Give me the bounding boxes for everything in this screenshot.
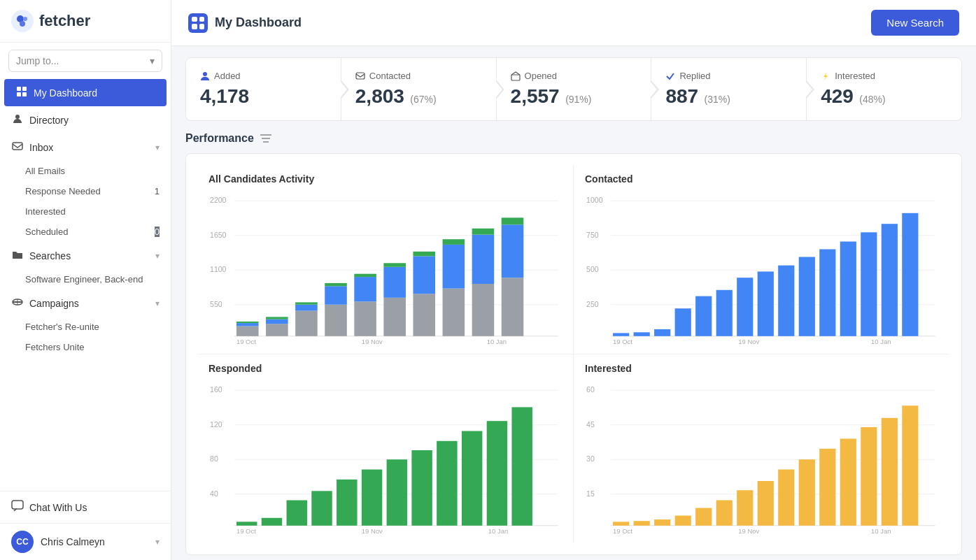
svg-rect-136 [716, 501, 733, 526]
svg-text:750: 750 [586, 231, 599, 239]
chart-responded-title: Responded [208, 363, 562, 374]
jump-to-dropdown[interactable]: Jump to... ▾ [8, 50, 162, 72]
svg-rect-34 [266, 317, 288, 319]
sidebar-item-all-emails-label: All Emails [25, 166, 65, 176]
chart-contacted-title: Contacted [585, 173, 939, 185]
main-content: My Dashboard New Search Added 4,178 Cont… [171, 0, 976, 560]
svg-rect-55 [472, 229, 495, 235]
svg-rect-38 [325, 305, 347, 336]
user-avatar: CC [11, 531, 34, 553]
svg-rect-113 [462, 431, 482, 526]
stat-opened: Opened 2,557 (91%) [497, 58, 652, 120]
sidebar-item-fetchers-reunite[interactable]: Fetcher's Re-unite [0, 317, 171, 337]
user-name: Chris Calmeyn [41, 536, 105, 547]
mail-icon [11, 141, 24, 154]
svg-rect-131 [613, 522, 629, 526]
stat-added-label: Added [200, 71, 241, 81]
svg-rect-143 [861, 427, 877, 526]
svg-rect-30 [236, 323, 259, 326]
sidebar-item-response-needed[interactable]: Response Needed 1 [0, 181, 171, 201]
new-search-button[interactable]: New Search [871, 10, 959, 36]
opened-mail-icon [511, 71, 521, 81]
svg-rect-138 [758, 481, 774, 526]
svg-rect-8 [13, 143, 22, 150]
sidebar-item-interested[interactable]: Interested [0, 201, 171, 222]
chart-all-candidates-area: 2200 1650 1100 550 [208, 192, 562, 345]
svg-rect-140 [799, 459, 815, 526]
stat-interested-value: 429 [821, 85, 854, 107]
svg-text:2022: 2022 [487, 345, 502, 345]
svg-rect-50 [443, 289, 465, 336]
replied-check-icon [665, 71, 675, 81]
stat-opened-label: Opened [511, 71, 557, 81]
svg-rect-134 [675, 516, 691, 526]
svg-marker-16 [823, 72, 828, 80]
sidebar-item-scheduled[interactable]: Scheduled 0 [0, 222, 171, 242]
sidebar-item-campaigns[interactable]: Campaigns ▾ [0, 289, 171, 317]
svg-text:2021: 2021 [613, 345, 628, 345]
sidebar-item-dashboard[interactable]: My Dashboard [4, 79, 167, 106]
grid-icon [15, 86, 28, 99]
folder-icon [11, 249, 24, 262]
sidebar-item-software-engineer-label: Software Engineer, Back-end [25, 274, 143, 285]
svg-rect-41 [354, 301, 376, 336]
logo-area: fetcher [0, 0, 171, 43]
svg-rect-6 [22, 92, 27, 96]
sidebar-item-directory[interactable]: Directory [0, 106, 171, 134]
chart-interested-area: 60 45 30 15 [585, 381, 939, 535]
svg-rect-46 [383, 263, 406, 267]
svg-rect-110 [387, 459, 407, 526]
response-needed-badge: 1 [155, 186, 160, 196]
svg-rect-81 [758, 271, 774, 336]
svg-point-1 [23, 17, 27, 21]
chart-responded-area: 160 120 80 40 [208, 381, 562, 535]
sidebar-item-dashboard-label: My Dashboard [34, 87, 97, 99]
svg-rect-53 [472, 284, 495, 336]
jump-to-label: Jump to... [16, 55, 59, 66]
stat-arrow-1 [341, 80, 349, 99]
svg-rect-77 [675, 308, 691, 336]
svg-rect-114 [487, 421, 507, 526]
svg-text:250: 250 [586, 300, 599, 308]
stat-replied-value: 887 [665, 85, 698, 107]
svg-rect-37 [295, 302, 318, 304]
svg-rect-87 [882, 224, 898, 336]
filter-icon[interactable] [260, 134, 272, 143]
svg-rect-33 [266, 320, 288, 324]
user-profile[interactable]: CC Chris Calmeyn ▾ [0, 523, 171, 560]
svg-rect-108 [337, 480, 357, 526]
svg-rect-132 [634, 521, 650, 526]
svg-rect-29 [236, 326, 259, 336]
stat-replied-pct: (31%) [705, 94, 730, 105]
logo-text: fetcher [39, 12, 90, 30]
svg-rect-36 [295, 305, 318, 311]
sidebar-item-campaigns-label: Campaigns [29, 298, 79, 309]
svg-text:550: 550 [210, 300, 222, 308]
svg-rect-12 [12, 501, 23, 509]
svg-rect-58 [502, 217, 524, 224]
svg-rect-3 [17, 87, 21, 91]
svg-rect-51 [443, 245, 465, 289]
sidebar-item-all-emails[interactable]: All Emails [0, 161, 171, 181]
sidebar-item-inbox[interactable]: Inbox ▾ [0, 134, 171, 161]
sidebar-item-fetchers-unite[interactable]: Fetchers Unite [0, 337, 171, 357]
svg-text:1000: 1000 [586, 196, 602, 204]
campaigns-chevron-icon: ▾ [155, 299, 160, 308]
svg-text:80: 80 [210, 454, 218, 463]
sidebar-item-searches[interactable]: Searches ▾ [0, 242, 171, 269]
svg-rect-79 [716, 290, 733, 336]
chat-with-us[interactable]: Chat With Us [0, 491, 171, 523]
sidebar-item-software-engineer[interactable]: Software Engineer, Back-end [0, 269, 171, 289]
user-chevron-icon: ▾ [155, 537, 160, 547]
dashboard-grid-icon [188, 13, 208, 33]
svg-rect-32 [266, 324, 288, 336]
chevron-down-icon: ▾ [150, 55, 155, 66]
svg-rect-84 [819, 250, 835, 336]
svg-rect-115 [511, 407, 532, 525]
svg-text:2022: 2022 [488, 534, 503, 535]
svg-text:60: 60 [586, 385, 595, 394]
svg-rect-31 [236, 322, 259, 323]
svg-point-7 [15, 115, 20, 119]
svg-rect-109 [362, 470, 382, 526]
svg-rect-75 [634, 332, 650, 336]
